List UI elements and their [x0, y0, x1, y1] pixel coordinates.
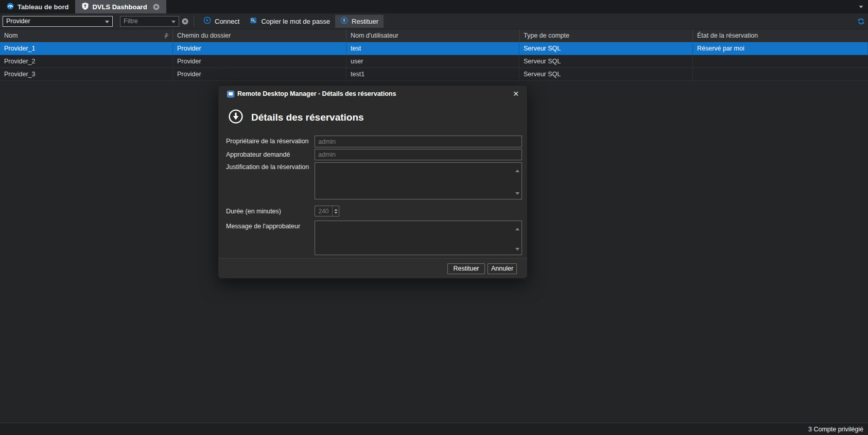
provider-dropdown-value: Provider — [6, 18, 30, 25]
tab-tableau-de-bord[interactable]: Tableau de bord — [0, 0, 75, 13]
dialog-close-icon[interactable]: ✕ — [511, 89, 520, 98]
filter-input[interactable]: Filtre — [120, 16, 179, 27]
chevron-down-icon — [171, 18, 176, 25]
table-cell[interactable]: Serveur SQL — [519, 68, 693, 80]
shield-icon — [82, 3, 89, 11]
checkin-circle-icon — [229, 109, 243, 126]
approver-field[interactable] — [315, 149, 522, 160]
justification-textarea[interactable] — [315, 162, 522, 199]
table-row[interactable]: Provider_1ProvidertestServeur SQLRéservé… — [0, 42, 868, 55]
table-cell[interactable]: Réservé par moi — [693, 42, 868, 55]
column-header[interactable]: Chemin du dossier — [173, 29, 346, 42]
accounts-table: NomChemin du dossierNom d'utilisateurTyp… — [0, 29, 868, 81]
owner-label: Propriétaire de la réservation — [226, 138, 309, 145]
table-cell[interactable]: Provider — [173, 42, 346, 55]
copy-password-button[interactable]: Copier le mot de passe — [245, 15, 335, 28]
scroll-down-icon[interactable] — [515, 243, 519, 253]
dashboard-icon — [7, 3, 14, 11]
annuler-button[interactable]: Annuler — [488, 263, 517, 274]
table-cell[interactable]: Provider — [173, 68, 346, 80]
column-header[interactable]: Type de compte — [519, 29, 693, 42]
table-row[interactable]: Provider_3Providertest1Serveur SQL — [0, 68, 868, 81]
column-header[interactable]: Nom d'utilisateur — [346, 29, 519, 42]
restituer-toolbar-button-label: Restituer — [352, 18, 378, 25]
stepper-arrows[interactable] — [332, 206, 339, 216]
rdm-app-icon — [227, 90, 234, 99]
play-icon — [203, 16, 211, 26]
column-header[interactable]: Nom — [0, 29, 173, 42]
reservation-details-dialog: Remote Desktop Manager - Détails des rés… — [218, 85, 528, 279]
step-down-icon — [334, 212, 338, 214]
owner-field[interactable] — [315, 136, 522, 147]
status-bar: 3 Compte privilégié — [0, 423, 868, 435]
tab-close-icon[interactable] — [153, 4, 160, 10]
table-cell[interactable]: Serveur SQL — [519, 42, 693, 55]
table-cell[interactable]: Serveur SQL — [519, 55, 693, 68]
column-header-label: Nom d'utilisateur — [351, 32, 398, 39]
table-header-row: NomChemin du dossierNom d'utilisateurTyp… — [0, 29, 868, 42]
table-cell[interactable]: user — [346, 55, 519, 68]
dialog-title-bar[interactable]: Remote Desktop Manager - Détails des rés… — [218, 86, 527, 102]
approver-message-textarea[interactable] — [315, 221, 522, 255]
restituer-toolbar-button[interactable]: Restituer — [335, 15, 384, 28]
dialog-footer: Restituer Annuler — [218, 258, 527, 278]
status-count-label: 3 Compte privilégié — [808, 426, 863, 433]
checkin-arrow-icon — [340, 16, 348, 26]
refresh-icon[interactable] — [857, 13, 865, 29]
column-header-label: État de la réservation — [697, 32, 758, 39]
restituer-button[interactable]: Restituer — [447, 263, 485, 274]
approver-message-label: Message de l'approbateur — [226, 223, 300, 230]
tab-label: DVLS Dashboard — [92, 3, 147, 11]
table-cell[interactable] — [693, 68, 868, 80]
filter-placeholder: Filtre — [124, 18, 138, 25]
duration-stepper[interactable]: 240 — [315, 206, 339, 216]
clear-filter-icon[interactable] — [182, 18, 188, 25]
tab-bar: Tableau de bord DVLS Dashboard — [0, 0, 868, 13]
sort-ascending-icon — [164, 33, 169, 39]
dialog-heading: Détails des réservations — [251, 112, 364, 123]
tab-dvls-dashboard[interactable]: DVLS Dashboard — [75, 0, 166, 13]
table-cell[interactable]: test1 — [346, 68, 519, 80]
table-cell[interactable]: test — [346, 42, 519, 55]
provider-dropdown[interactable]: Provider — [3, 16, 113, 27]
column-header[interactable]: État de la réservation — [693, 29, 868, 42]
scroll-up-icon[interactable] — [515, 223, 519, 232]
dialog-title: Remote Desktop Manager - Détails des rés… — [237, 90, 396, 97]
table-body: Provider_1ProvidertestServeur SQLRéservé… — [0, 42, 868, 81]
remote-desktop-manager-window: Tableau de bord DVLS Dashboard Provider … — [0, 0, 868, 435]
key-icon — [250, 16, 257, 26]
tab-label: Tableau de bord — [18, 3, 68, 11]
column-header-label: Nom — [4, 32, 18, 39]
duration-label: Durée (en minutes) — [226, 208, 281, 215]
column-header-label: Type de compte — [524, 32, 569, 39]
connect-button-label: Connect — [215, 18, 239, 25]
justification-label: Justification de la réservation — [226, 163, 309, 171]
table-cell[interactable]: Provider_3 — [0, 68, 173, 80]
toolbar: Provider Filtre Connect Copier le mot de… — [0, 13, 868, 29]
table-cell[interactable]: Provider_2 — [0, 55, 173, 68]
table-cell[interactable] — [693, 55, 868, 68]
approver-label: Approbateur demandé — [226, 151, 290, 158]
duration-value: 240 — [315, 208, 332, 215]
copy-password-button-label: Copier le mot de passe — [261, 18, 330, 25]
step-up-icon — [334, 209, 338, 211]
tab-list-dropdown-icon[interactable] — [859, 0, 863, 13]
table-cell[interactable]: Provider_1 — [0, 42, 173, 55]
column-header-label: Chemin du dossier — [177, 32, 231, 39]
connect-button[interactable]: Connect — [198, 15, 245, 28]
table-row[interactable]: Provider_2ProvideruserServeur SQL — [0, 55, 868, 68]
scroll-down-icon[interactable] — [515, 188, 519, 197]
table-cell[interactable]: Provider — [173, 55, 346, 68]
chevron-down-icon — [105, 18, 109, 25]
toolbar-separator — [194, 15, 194, 27]
scroll-up-icon[interactable] — [515, 165, 519, 174]
